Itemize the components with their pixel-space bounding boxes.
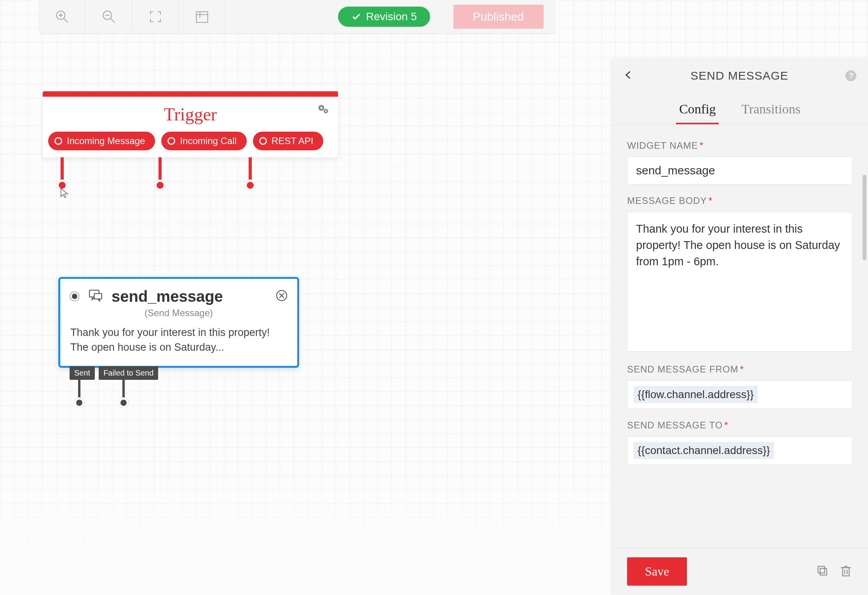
port-ring-icon xyxy=(167,137,175,145)
panel-title: SEND MESSAGE xyxy=(633,69,845,82)
panel-scrollbar[interactable] xyxy=(863,175,866,260)
close-node-button[interactable] xyxy=(275,289,288,303)
node-body-preview: Thank you for your interest in this prop… xyxy=(60,325,297,366)
send-to-chip: {{contact.channel.address}} xyxy=(634,442,774,459)
trigger-node[interactable]: Trigger Incoming Message Incoming Call R… xyxy=(43,91,338,157)
svg-line-5 xyxy=(110,19,114,23)
zoom-out-button[interactable] xyxy=(85,0,132,33)
zoom-out-icon xyxy=(100,8,117,25)
label-send-from: SEND MESSAGE FROM* xyxy=(627,364,852,375)
svg-rect-21 xyxy=(843,567,849,576)
library-icon xyxy=(193,8,211,25)
connector-stub[interactable] xyxy=(61,157,64,181)
pill-label: REST API xyxy=(272,136,314,146)
svg-point-11 xyxy=(321,107,322,109)
port-ring-icon xyxy=(259,137,267,145)
connector-stub[interactable] xyxy=(78,380,80,398)
tab-config[interactable]: Config xyxy=(676,98,719,124)
tab-transitions[interactable]: Transitions xyxy=(738,98,804,124)
label-send-to: SEND MESSAGE TO* xyxy=(627,420,852,431)
label-message-body: MESSAGE BODY* xyxy=(627,195,852,206)
node-subtitle: (Send Message) xyxy=(60,308,297,318)
chat-icon xyxy=(87,287,104,305)
pill-label: Incoming Message xyxy=(67,136,145,146)
inspector-panel: SEND MESSAGE ? Config Transitions WIDGET… xyxy=(612,58,868,595)
connector-stub[interactable] xyxy=(159,157,162,181)
send-to-input[interactable]: {{contact.channel.address}} xyxy=(627,436,852,465)
send-message-node[interactable]: send_message (Send Message) Thank you fo… xyxy=(58,277,299,368)
svg-rect-15 xyxy=(94,294,102,299)
fit-screen-button[interactable] xyxy=(132,0,179,33)
save-button[interactable]: Save xyxy=(627,557,687,586)
svg-line-1 xyxy=(64,19,68,23)
duplicate-button[interactable] xyxy=(816,564,829,579)
label-widget-name: WIDGET NAME* xyxy=(627,140,852,151)
svg-rect-20 xyxy=(818,566,824,573)
check-icon xyxy=(351,12,361,22)
widget-library-button[interactable] xyxy=(179,0,225,33)
message-body-input[interactable] xyxy=(627,212,852,351)
published-badge[interactable]: Published xyxy=(453,5,544,29)
pill-rest-api[interactable]: REST API xyxy=(253,132,324,150)
back-button[interactable] xyxy=(623,70,633,82)
revision-badge[interactable]: Revision 5 xyxy=(338,7,430,27)
cursor-icon xyxy=(59,188,70,198)
svg-point-13 xyxy=(325,110,327,112)
svg-rect-19 xyxy=(820,568,827,575)
node-state-dot xyxy=(70,291,80,301)
canvas-toolbar: Revision 5 Published xyxy=(39,0,555,33)
pill-incoming-call[interactable]: Incoming Call xyxy=(161,132,246,150)
widget-name-input[interactable] xyxy=(627,157,852,184)
gear-icon[interactable] xyxy=(315,101,331,117)
connector-stub[interactable] xyxy=(122,380,125,398)
port-ring-icon xyxy=(54,137,62,145)
tag-sent[interactable]: Sent xyxy=(70,366,95,380)
node-name: send_message xyxy=(112,288,268,305)
svg-rect-7 xyxy=(196,12,207,23)
connector-stub[interactable] xyxy=(249,157,252,181)
send-from-chip: {{flow.channel.address}} xyxy=(634,386,758,403)
pill-label: Incoming Call xyxy=(180,136,236,146)
delete-button[interactable] xyxy=(839,564,852,579)
send-from-input[interactable]: {{flow.channel.address}} xyxy=(627,380,852,409)
zoom-in-button[interactable] xyxy=(39,0,85,33)
published-label: Published xyxy=(473,10,524,23)
trigger-title: Trigger xyxy=(164,104,217,125)
zoom-in-icon xyxy=(54,8,71,25)
pill-incoming-message[interactable]: Incoming Message xyxy=(48,132,155,150)
tag-failed[interactable]: Failed to Send xyxy=(99,366,158,380)
fit-screen-icon xyxy=(147,8,164,25)
revision-label: Revision 5 xyxy=(366,10,417,23)
help-button[interactable]: ? xyxy=(845,70,856,81)
